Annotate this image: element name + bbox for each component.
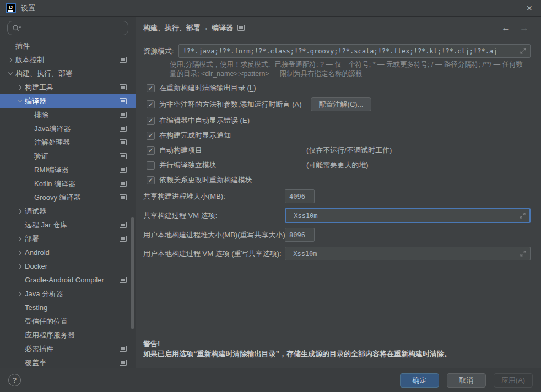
chevron-right-icon[interactable] <box>15 262 25 271</box>
preview-icon[interactable] <box>120 139 127 145</box>
sidebar-item-0[interactable]: 插件 <box>0 39 136 53</box>
help-icon[interactable]: ? <box>8 374 21 386</box>
checkbox[interactable]: ✓ <box>147 132 155 140</box>
preview-icon[interactable] <box>120 181 127 187</box>
sidebar-item-23[interactable]: 覆盖率 <box>0 356 136 368</box>
sidebar-item-label: 调试器 <box>25 206 46 216</box>
sidebar-item-13[interactable]: 远程 Jar 仓库 <box>0 218 136 232</box>
preview-icon[interactable] <box>120 98 127 104</box>
checkbox-row-1: ✓为非空注释的方法和参数,添加运行时断言 (A)配置注解(C)... <box>147 97 541 111</box>
resource-patterns-input[interactable]: !?*.java;!?*.form;!?*.class;!?*.groovy;!… <box>178 44 531 58</box>
chevron-down-icon[interactable] <box>15 97 25 106</box>
chevron-spacer <box>15 317 25 326</box>
sidebar-item-15[interactable]: Android <box>0 246 136 259</box>
preview-icon[interactable] <box>120 360 127 366</box>
text-field[interactable]: -Xss10m <box>285 247 531 260</box>
dialog-footer: ? 确定 取消 应用(A) <box>0 368 541 392</box>
sidebar-item-4[interactable]: 编译器 <box>0 94 136 108</box>
preview-icon[interactable] <box>120 84 127 90</box>
checkbox[interactable]: ✓ <box>147 100 155 108</box>
build-process-fields: 共享构建进程堆大小(MB):4096共享构建过程 VM 选项:-Xss10m用户… <box>143 189 541 260</box>
sidebar-scrollbar-thumb[interactable] <box>131 217 134 329</box>
sidebar-item-7[interactable]: 注解处理器 <box>0 135 136 149</box>
sidebar-item-20[interactable]: 受信任的位置 <box>0 314 136 328</box>
preview-icon[interactable] <box>120 346 127 352</box>
sidebar-item-label: Gradle-Android Compiler <box>25 276 104 284</box>
settings-tree: 插件版本控制构建、执行、部署构建工具编译器排除Java编译器注解处理器验证RMI… <box>0 39 136 368</box>
sidebar-item-10[interactable]: Kotlin 编译器 <box>0 177 136 190</box>
settings-search-input[interactable] <box>24 24 123 32</box>
sidebar-item-3[interactable]: 构建工具 <box>0 80 136 94</box>
sidebar-item-16[interactable]: Docker <box>0 259 136 273</box>
settings-sidebar: 插件版本控制构建、执行、部署构建工具编译器排除Java编译器注解处理器验证RMI… <box>0 17 136 368</box>
sidebar-item-label: 验证 <box>34 151 48 161</box>
field-row-2: 用户本地构建进程堆大小(MB)(重写共享大小):8096 <box>143 228 541 242</box>
field-value: 8096 <box>289 231 305 239</box>
sidebar-item-9[interactable]: RMI编译器 <box>0 163 136 177</box>
preview-icon[interactable] <box>120 277 127 283</box>
expand-icon[interactable] <box>515 213 526 219</box>
close-icon[interactable]: × <box>523 3 535 13</box>
field-row-0: 共享构建进程堆大小(MB):4096 <box>143 189 541 203</box>
checkbox-label: 在重新构建时清除输出目录 (L) <box>159 83 256 93</box>
back-arrow-icon[interactable]: ← <box>501 23 511 34</box>
field-row-3: 用户本地构建过程 VM 选项 (重写共享选项):-Xss10m <box>143 247 541 260</box>
sidebar-item-label: 插件 <box>15 41 30 51</box>
checkbox[interactable]: ✓ <box>147 84 155 92</box>
field-row-1: 共享构建过程 VM 选项:-Xss10m <box>143 208 541 223</box>
chevron-right-icon[interactable] <box>15 290 25 298</box>
checkbox[interactable]: ✓ <box>147 176 155 184</box>
chevron-down-icon[interactable] <box>6 69 15 78</box>
sidebar-item-19[interactable]: Testing <box>0 301 136 314</box>
expand-icon[interactable] <box>516 48 526 54</box>
breadcrumb-build-execution-deployment[interactable]: 构建、执行、部署 <box>143 23 201 33</box>
forward-arrow-icon: → <box>520 23 529 34</box>
preview-icon[interactable] <box>120 222 127 228</box>
preview-icon[interactable] <box>120 236 127 242</box>
sidebar-item-label: 受信任的位置 <box>25 317 68 326</box>
field-value: 4096 <box>289 193 305 200</box>
ok-button[interactable]: 确定 <box>400 373 439 388</box>
sidebar-item-12[interactable]: 调试器 <box>0 204 136 218</box>
checkbox-label: 自动构建项目 <box>159 145 202 155</box>
sidebar-item-6[interactable]: Java编译器 <box>0 122 136 135</box>
preview-icon[interactable] <box>120 126 127 132</box>
chevron-right-icon[interactable] <box>15 207 25 216</box>
text-field[interactable]: -Xss10m <box>285 208 531 223</box>
text-field[interactable]: 8096 <box>285 228 315 242</box>
sidebar-item-21[interactable]: 应用程序服务器 <box>0 328 136 342</box>
chevron-right-icon[interactable] <box>15 235 25 243</box>
sidebar-item-5[interactable]: 排除 <box>0 108 136 122</box>
checkbox-row-2: ✓在编辑器中自动显示错误 (E) <box>147 115 541 126</box>
preview-icon[interactable] <box>120 153 127 159</box>
sidebar-item-2[interactable]: 构建、执行、部署 <box>0 67 136 80</box>
sidebar-item-label: 注解处理器 <box>34 138 70 148</box>
sidebar-item-14[interactable]: 部署 <box>0 232 136 246</box>
sidebar-item-18[interactable]: Java 分析器 <box>0 287 136 301</box>
text-field[interactable]: 4096 <box>285 189 315 203</box>
chevron-spacer <box>15 221 25 230</box>
search-box[interactable] <box>7 21 128 35</box>
checkbox-label: 为非空注释的方法和参数,添加运行时断言 (A) <box>159 100 302 110</box>
checkbox-hint: (仅在不运行/不调试时工作) <box>306 145 392 155</box>
preview-icon[interactable] <box>120 57 127 63</box>
checkbox[interactable]: ✓ <box>147 117 155 125</box>
preview-icon[interactable] <box>237 25 245 31</box>
chevron-right-icon[interactable] <box>6 56 15 64</box>
preview-icon[interactable] <box>120 167 127 173</box>
preview-icon[interactable] <box>120 112 127 118</box>
sidebar-item-label: Kotlin 编译器 <box>34 179 75 189</box>
sidebar-item-8[interactable]: 验证 <box>0 149 136 163</box>
sidebar-item-11[interactable]: Groovy 编译器 <box>0 190 136 204</box>
configure-annotations-button[interactable]: 配置注解(C)... <box>311 97 372 111</box>
sidebar-item-17[interactable]: Gradle-Android Compiler <box>0 273 136 287</box>
chevron-right-icon[interactable] <box>15 83 25 92</box>
sidebar-item-1[interactable]: 版本控制 <box>0 53 136 67</box>
sidebar-item-22[interactable]: 必需插件 <box>0 342 136 356</box>
chevron-right-icon[interactable] <box>15 248 25 257</box>
cancel-button[interactable]: 取消 <box>447 373 486 388</box>
preview-icon[interactable] <box>120 194 127 200</box>
expand-icon[interactable] <box>516 251 526 257</box>
checkbox[interactable] <box>147 161 155 170</box>
checkbox[interactable]: ✓ <box>147 146 155 155</box>
